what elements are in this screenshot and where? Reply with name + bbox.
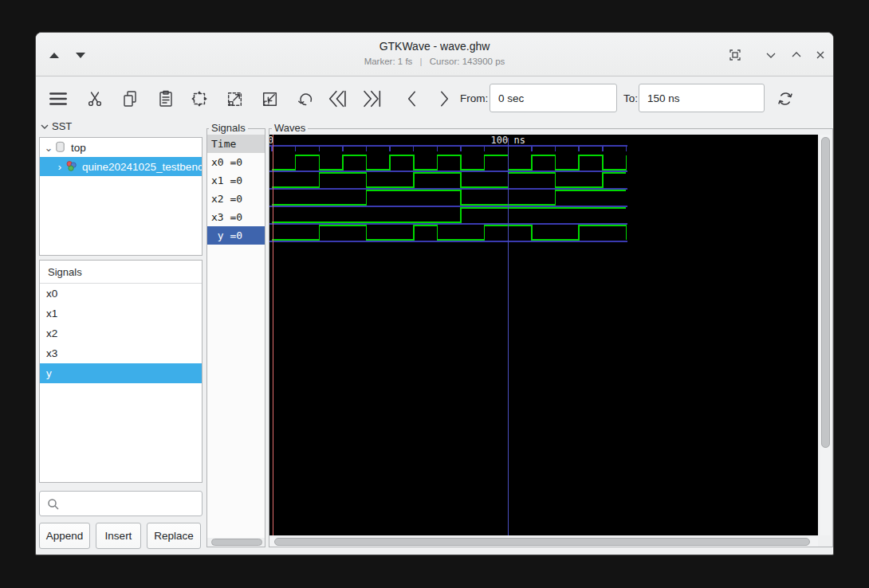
chevron-left-icon	[402, 88, 423, 109]
keep-above-icon	[729, 49, 741, 61]
zoom-in-button[interactable]	[223, 88, 246, 110]
time-header[interactable]: Time	[207, 135, 265, 153]
append-button-label: Append	[46, 530, 84, 542]
signal-list-item-x2[interactable]: x2	[40, 323, 202, 343]
zoom-fit-button[interactable]	[188, 88, 210, 110]
waves-frame-label: Waves	[272, 122, 308, 134]
marker-status: Marker: 1 fs	[364, 57, 413, 66]
signal-list-item-x3[interactable]: x3	[40, 343, 202, 363]
waves-hscrollbar-track[interactable]	[269, 537, 818, 547]
search-input[interactable]	[64, 493, 199, 514]
module-icon	[65, 160, 77, 172]
database-icon	[54, 141, 66, 153]
trace-x0	[272, 155, 626, 170]
scissors-icon	[85, 89, 104, 108]
wave-name-row-x2[interactable]: x2 =0	[207, 190, 265, 208]
skip-backward-icon	[326, 88, 348, 110]
signal-list-item-x1[interactable]: x1	[40, 304, 202, 323]
to-label: To:	[623, 92, 638, 104]
sst-header-label: SST	[52, 120, 72, 132]
window-status: Marker: 1 fs | Cursor: 143900 ps	[36, 57, 833, 66]
wave-name-row-x1[interactable]: x1 =0	[207, 171, 265, 190]
tree-item-label: quine20241025_testbench	[82, 161, 202, 173]
close-button[interactable]	[812, 46, 829, 64]
waves-vscrollbar-thumb[interactable]	[821, 137, 830, 448]
cut-button[interactable]	[84, 88, 106, 110]
tree-item-quine20241025_testbench[interactable]: ›quine20241025_testbench	[40, 157, 202, 176]
zoom-fit-icon	[189, 88, 210, 109]
sst-tree[interactable]: ⌄top›quine20241025_testbench	[39, 137, 203, 256]
replace-button-label: Replace	[154, 530, 194, 542]
copy-icon	[120, 89, 140, 108]
names-hscrollbar[interactable]	[211, 539, 262, 546]
wave-canvas[interactable]: 0100 ns	[269, 135, 818, 535]
go-to-end-button[interactable]	[361, 88, 383, 110]
signal-list-header: Signals	[40, 261, 202, 284]
tree-item-top[interactable]: ⌄top	[40, 138, 202, 157]
signal-list-item-y[interactable]: y	[40, 363, 202, 383]
signal-list-panel: Signals x0x1x2x3y	[39, 260, 203, 483]
step-left-button[interactable]	[401, 88, 423, 110]
hamburger-menu-icon	[48, 88, 69, 109]
copy-button[interactable]	[119, 88, 141, 110]
toolbar: From: To:	[36, 77, 833, 119]
trace-x2	[272, 190, 626, 205]
expander-right-icon[interactable]: ›	[54, 161, 65, 173]
trace-x1	[272, 173, 626, 187]
wave-name-row-x3[interactable]: x3 =0	[207, 208, 265, 226]
titlebar[interactable]: GTKWave - wave.ghw Marker: 1 fs | Cursor…	[36, 33, 833, 76]
wave-name-row-x0[interactable]: x0 =0	[207, 153, 265, 171]
menu-button[interactable]	[47, 88, 69, 110]
from-label: From:	[460, 92, 488, 104]
sst-header[interactable]: SST	[41, 120, 72, 132]
reload-button[interactable]	[774, 88, 796, 110]
chevron-right-icon	[434, 88, 454, 109]
tree-item-label: top	[71, 142, 86, 154]
go-to-start-button[interactable]	[326, 88, 348, 110]
from-input[interactable]	[490, 84, 617, 112]
replace-button[interactable]: Replace	[147, 523, 201, 549]
names-frame-label: Signals	[209, 122, 248, 134]
window-title: GTKWave - wave.ghw	[36, 40, 833, 53]
zoom-out-button[interactable]	[258, 88, 281, 110]
minimize-button[interactable]	[762, 46, 780, 64]
insert-button[interactable]: Insert	[96, 523, 141, 549]
expander-down-icon[interactable]: ⌄	[43, 142, 54, 154]
wave-name-row-y[interactable]: y =0	[207, 226, 265, 245]
cursor-status: Cursor: 143900 ps	[430, 57, 505, 66]
undo-button[interactable]	[294, 88, 317, 110]
status-separator: |	[420, 57, 423, 66]
close-icon	[814, 49, 827, 61]
paste-button[interactable]	[155, 88, 177, 110]
trace-x3	[272, 208, 626, 222]
names-panel: Time x0 =0x1 =0x2 =0x3 =0 y =0	[207, 135, 265, 538]
name-rows: x0 =0x1 =0x2 =0x3 =0 y =0	[207, 153, 265, 245]
maximize-button[interactable]	[788, 46, 805, 64]
zoom-in-icon	[225, 89, 245, 109]
skip-forward-icon	[361, 88, 383, 110]
to-input[interactable]	[639, 84, 765, 112]
gtkwave-window: GTKWave - wave.ghw Marker: 1 fs | Cursor…	[35, 32, 834, 555]
keep-above-button[interactable]	[726, 46, 744, 64]
search-icon	[47, 498, 60, 511]
reload-icon	[775, 88, 796, 109]
insert-button-label: Insert	[105, 530, 132, 542]
waveform-plot[interactable]: 0100 ns	[269, 135, 818, 535]
paste-icon	[156, 89, 175, 108]
waves-hscrollbar-thumb[interactable]	[274, 538, 810, 546]
step-right-button[interactable]	[433, 88, 455, 110]
minimize-icon	[765, 49, 777, 61]
waves-vscrollbar-track[interactable]	[820, 135, 831, 535]
signal-list-item-x0[interactable]: x0	[40, 284, 202, 304]
undo-icon	[296, 89, 316, 109]
signal-list: x0x1x2x3y	[40, 284, 202, 383]
append-button[interactable]: Append	[39, 523, 90, 549]
maximize-icon	[790, 49, 803, 61]
expander-down-icon	[41, 123, 49, 131]
zoom-out-icon	[260, 89, 280, 109]
signal-search-box[interactable]	[39, 491, 203, 516]
trace-y	[272, 225, 626, 240]
